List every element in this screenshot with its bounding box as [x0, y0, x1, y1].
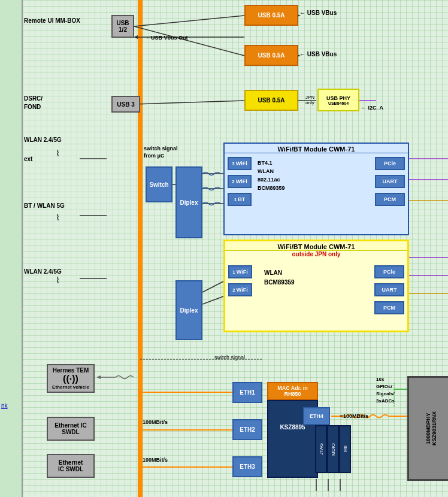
switch-box: Switch [146, 166, 172, 202]
pcle-port-1: PCle [375, 157, 405, 170]
ext-label: ext [24, 156, 32, 162]
bcm89359-info-2: WLANBCM89359 [264, 268, 295, 287]
usb-1-2-box: USB1/2 [111, 15, 134, 38]
left-sidebar: nk [0, 0, 23, 497]
gpio-label: 10xGPIOs/Signals/3xADCs [376, 376, 395, 405]
mdio-box: MDIO [327, 425, 339, 473]
ksz9031-chip: 1000MBPHYKSZ9031RNX [407, 376, 448, 481]
port-2-wifi: 2 WiFi [228, 175, 252, 188]
jtag-box: JTAG [315, 425, 327, 473]
link-text[interactable]: nk [1, 402, 8, 409]
eth2-box: ETH2 [232, 419, 262, 440]
mdio-label: MDIO [331, 443, 336, 456]
bcm89359-info-1: BT4.1WLAN802.11acBCM89359 [258, 159, 285, 192]
usb-0-5a-1: USB 0.5A [244, 5, 298, 26]
jpn-only-label: JPNonly [305, 95, 314, 105]
mii-box: MII [339, 425, 351, 473]
wlan-bot-label: WLAN 2.4/5G [24, 268, 62, 275]
dsrc-fond-label: DSRC/FOND [24, 95, 43, 111]
usb-0-5a-3: USB 0.5A [244, 90, 298, 111]
antenna-mid: ⌇ [56, 213, 60, 222]
ethernet-vehicle-box: Ethernet IC SWDL [47, 417, 95, 441]
wifi-module-2-container: WiFi/BT Module CWM-71 outside JPN only 1… [223, 240, 409, 332]
antenna-bot: ⌇ [56, 275, 60, 285]
wifi-module-1-title: WiFi/BT Module CWM-71 [225, 144, 408, 153]
remote-ui-label: Remote UI MM-BOX [24, 17, 80, 25]
wifi-module-2-subtitle: outside JPN only [225, 251, 407, 257]
orange-bus [138, 0, 143, 497]
diplex-box-1: Diplex [175, 166, 202, 238]
uart-port-1: UART [375, 175, 405, 188]
pcm-port-2: PCM [374, 301, 404, 314]
m2-port-2-wifi: 2 WiFi [228, 283, 252, 296]
eth4-box: ETH4 [303, 407, 330, 425]
jtag-label: JTAG [319, 443, 324, 455]
pcle-port-2: PCle [374, 265, 404, 278]
mii-label: MII [343, 446, 348, 452]
ksz9031-label: 1000MBPHYKSZ9031RNX [425, 411, 437, 446]
usb-vbus-2: ← USB VBus [299, 51, 337, 57]
pcm-port-1: PCM [375, 193, 405, 206]
usb-vbus-1: ← USB VBus [299, 10, 337, 16]
ethernet-ic-box: EthernetIC SWDL [47, 454, 95, 478]
eth3-box: ETH3 [232, 456, 262, 477]
port-3-wifi: 3 WiFi [228, 157, 252, 170]
switch-signal-label: switch signalfrom μC [144, 145, 178, 159]
usb-phy-box: USB PHY USB84604 [317, 89, 359, 111]
m2-port-1-wifi: 1 WiFi [228, 265, 252, 278]
wlan-top-label: WLAN 2.4/5G [24, 137, 62, 143]
usb-3-box: USB 3 [111, 96, 140, 113]
usb-0-5a-2: USB 0.5A [244, 45, 298, 66]
antenna-top: ⌇ [56, 149, 60, 158]
mic-out-box: Hermes TEM ((·)) Ethernet vehicle [47, 364, 95, 393]
mac-adr-box: MAC Adr. inRH850 [267, 382, 318, 400]
uart-port-2: UART [374, 283, 404, 296]
switch-signal-bot: switch signal [214, 354, 245, 360]
wifi-module-1-container: WiFi/BT Module CWM-71 3 WiFi 2 WiFi 1 BT… [223, 143, 409, 235]
speed-100-eth2: 100MBit/s [143, 419, 168, 425]
speed-100-eth4: ≈100MBit/s [340, 413, 368, 419]
bt-wlan-label: BT / WLAN 5G [24, 202, 65, 209]
port-1-bt: 1 BT [228, 193, 252, 206]
eth1-box: ETH1 [232, 382, 262, 403]
main-container: Remote UI MM-BOX DSRC/FOND WLAN 2.4/5G ⌇… [0, 0, 448, 497]
diplex-box-2: Diplex [175, 280, 202, 340]
wifi-module-2-title: WiFi/BT Module CWM-71 [225, 241, 407, 251]
i2c-a-label: ← I2C_A [361, 105, 383, 111]
usb-vbus-out: ←USB Vbus Out [146, 35, 188, 41]
speed-100-eth3: 100MBit/s [143, 457, 168, 463]
diagram-area: Remote UI MM-BOX DSRC/FOND WLAN 2.4/5G ⌇… [23, 0, 448, 497]
